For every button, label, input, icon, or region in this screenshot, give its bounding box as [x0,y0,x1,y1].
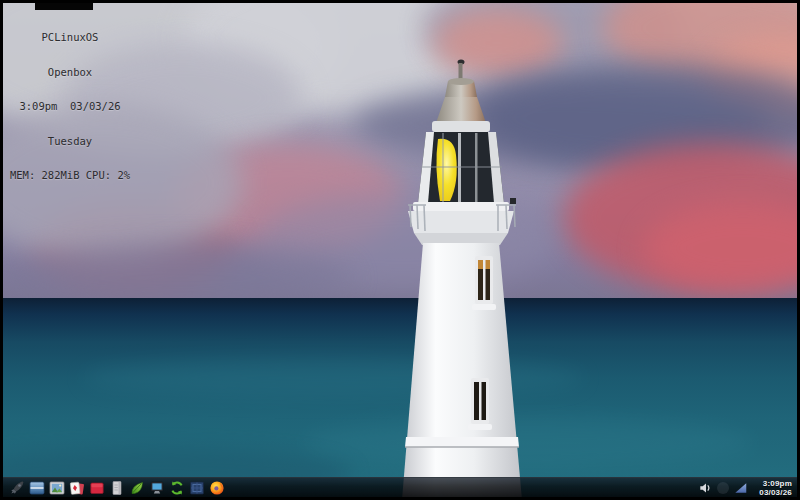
file-manager-icon[interactable] [28,479,46,497]
red-app-icon[interactable] [88,479,106,497]
cards-game-icon[interactable] [68,479,86,497]
image-viewer-icon[interactable] [48,479,66,497]
taskbar-clock[interactable]: 3:09pm 03/03/26 [752,479,792,497]
inactive-tray-icon[interactable] [717,482,729,494]
network-signal-icon[interactable] [733,480,748,495]
conky-monitor: PCLinuxOS Openbox 3:09pm 03/03/26 Tuesda… [5,9,135,205]
display-settings-icon[interactable] [148,479,166,497]
conky-weekday: Tuesday [5,136,135,148]
screenshot-frame: PCLinuxOS Openbox 3:09pm 03/03/26 Tuesda… [0,0,800,500]
lighthouse-image [380,55,550,497]
conky-mem-cpu: MEM: 282MiB CPU: 2% [5,170,135,182]
top-black-strip [35,3,93,10]
rocket-launcher-icon[interactable] [8,479,26,497]
document-icon[interactable] [108,479,126,497]
sync-update-icon[interactable] [168,479,186,497]
package-box-icon[interactable] [188,479,206,497]
desktop[interactable]: PCLinuxOS Openbox 3:09pm 03/03/26 Tuesda… [3,3,797,497]
volume-icon[interactable] [698,480,713,495]
conky-os-name: PCLinuxOS [5,32,135,44]
conky-wm-name: Openbox [5,67,135,79]
conky-time-date: 3:09pm 03/03/26 [5,101,135,113]
system-tray: 3:09pm 03/03/26 [698,479,797,497]
leafpad-icon[interactable] [128,479,146,497]
clock-time: 3:09pm [752,479,792,488]
taskbar: 3:09pm 03/03/26 [3,477,797,497]
clock-date: 03/03/26 [752,488,792,497]
taskbar-launchers [3,479,226,497]
firefox-icon[interactable] [208,479,226,497]
